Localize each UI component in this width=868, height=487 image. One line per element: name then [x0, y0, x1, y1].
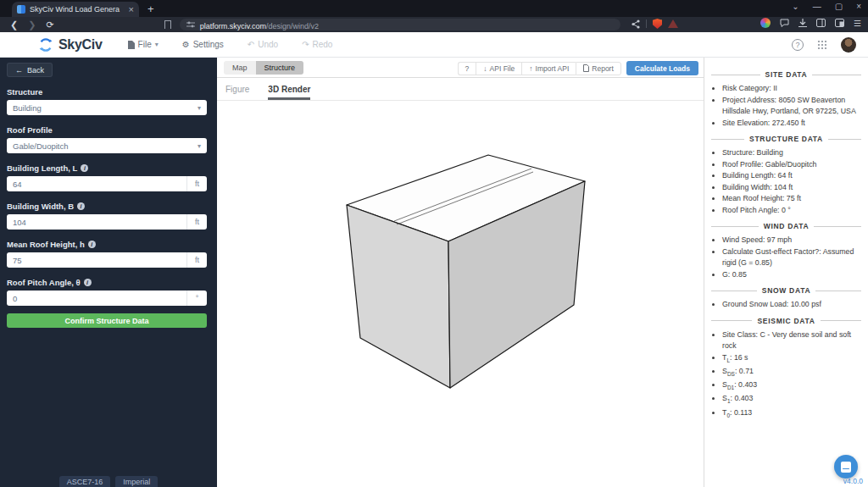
user-avatar[interactable] [841, 37, 856, 53]
site-settings-icon[interactable] [186, 21, 195, 28]
window-minimize-icon[interactable]: — [813, 2, 821, 11]
snow-data-list: Ground Snow Load: 10.00 psf [711, 299, 861, 311]
calculate-loads-button[interactable]: Calculate Loads [626, 61, 698, 75]
main-toolbar: Map Structure ? ↓ API File ↑ Import API … [217, 58, 704, 78]
shield-extension-icon[interactable] [653, 19, 662, 29]
help-button[interactable]: ? [458, 62, 476, 75]
sidebar-panel-icon[interactable] [816, 19, 826, 27]
render-tabs: Figure 3D Render [217, 78, 704, 101]
download-icon[interactable] [798, 19, 807, 27]
tab-title: SkyCiv Wind Load Genera [30, 5, 125, 14]
redo-button: ↷ Redo [302, 40, 332, 49]
list-item: Site Class: C - Very dense soil and soft… [722, 329, 861, 352]
list-item: Roof Profile: Gable/Duopitch [722, 159, 861, 171]
site-data-header: SITE DATA [711, 70, 861, 79]
chat-fab-icon [841, 462, 851, 473]
list-item: Roof Pitch Angle: 0 ° [722, 205, 861, 217]
list-item: Risk Category: II [722, 83, 861, 95]
building-width-unit: ft [186, 214, 207, 230]
roof-profile-select[interactable]: Gable/Duopitch ▾ [7, 138, 207, 153]
tab-3d-render[interactable]: 3D Render [268, 85, 310, 100]
chat-icon[interactable] [780, 19, 789, 27]
report-button[interactable]: Report [576, 62, 621, 75]
list-item: Site Elevation: 272.450 ft [722, 118, 861, 130]
nav-forward-icon: ❯ [28, 19, 36, 30]
redo-icon: ↷ [302, 40, 309, 49]
roof-pitch-angle-label: Roof Pitch Angle, θ i [7, 278, 210, 287]
window-close-icon[interactable]: × [856, 2, 861, 11]
back-arrow-icon: ← [15, 66, 23, 75]
mean-roof-height-label: Mean Roof Height, h i [7, 240, 210, 249]
skyciv-logo[interactable]: SkyCiv [38, 37, 103, 53]
triangle-extension-icon[interactable] [668, 19, 678, 28]
roof-profile-label: Roof Profile [7, 125, 210, 135]
mean-roof-height-input[interactable] [7, 253, 186, 267]
tab-close-icon[interactable]: × [129, 5, 134, 14]
roof-pitch-angle-field: ° [7, 291, 207, 306]
info-icon[interactable]: i [81, 164, 88, 172]
nav-back-icon[interactable]: ❮ [10, 19, 18, 30]
version-label: v4.0.0 [0, 477, 863, 485]
browser-profile-avatar[interactable] [760, 18, 771, 28]
building-length-input[interactable] [7, 177, 186, 191]
browser-tab[interactable]: SkyCiv Wind Load Genera × [12, 2, 139, 17]
3d-render-canvas[interactable] [217, 101, 704, 486]
info-icon[interactable]: i [88, 241, 96, 248]
building-length-unit: ft [186, 176, 207, 191]
structure-data-header: STRUCTURE DATA [711, 135, 861, 143]
confirm-structure-data-button[interactable]: Confirm Structure Data [7, 313, 207, 328]
building-length-field: ft [7, 176, 207, 191]
apps-grid-icon[interactable] [817, 40, 827, 50]
list-item: TL: 16 s [722, 352, 861, 366]
tab-group-icon[interactable] [835, 19, 844, 27]
seismic-data-list: Site Class: C - Very dense soil and soft… [711, 329, 861, 421]
new-tab-button[interactable]: + [147, 3, 154, 15]
tab-map[interactable]: Map [224, 61, 256, 75]
info-icon[interactable]: i [77, 202, 85, 210]
bookmark-icon[interactable] [164, 20, 171, 29]
share-icon[interactable] [632, 19, 640, 29]
list-item: SD1: 0.403 [722, 379, 861, 393]
tab-figure[interactable]: Figure [225, 85, 249, 100]
file-menu[interactable]: File ▾ [128, 40, 159, 49]
structure-select[interactable]: Building ▾ [7, 100, 207, 115]
undo-icon: ↶ [248, 40, 254, 49]
list-item: Wind Speed: 97 mph [722, 235, 861, 246]
back-button[interactable]: ← Back [7, 63, 53, 77]
window-restore-icon[interactable]: ▢ [835, 2, 843, 11]
settings-menu[interactable]: ⚙ Settings [182, 40, 224, 49]
list-item: Building Width: 104 ft [722, 182, 861, 194]
roof-pitch-angle-input[interactable] [7, 291, 186, 305]
file-icon [128, 41, 135, 49]
report-doc-icon [583, 64, 589, 72]
tab-structure[interactable]: Structure [256, 61, 304, 75]
skyciv-favicon [17, 5, 25, 14]
chat-fab-button[interactable] [834, 455, 858, 479]
url-path: /design/wind/v2 [266, 22, 319, 30]
list-item: Mean Roof Height: 75 ft [722, 193, 861, 205]
app-header: SkyCiv File ▾ ⚙ Settings ↶ Undo ↷ Redo [0, 32, 868, 58]
building-width-label: Building Width, B i [7, 202, 210, 211]
list-item: Calculate Gust-effect Factor?: Assumed r… [722, 246, 861, 269]
import-api-button[interactable]: ↑ Import API [521, 62, 576, 75]
gear-icon: ⚙ [182, 40, 190, 49]
skyciv-logo-icon [38, 37, 53, 53]
list-item: Ground Snow Load: 10.00 psf [722, 299, 861, 311]
building-length-label: Building Length, L i [7, 163, 210, 173]
help-icon[interactable]: ? [792, 39, 804, 51]
mean-roof-height-unit: ft [186, 252, 207, 268]
list-item: Structure: Building [722, 147, 861, 159]
browser-menu-icon[interactable]: ☰ [854, 19, 861, 28]
nav-reload-icon[interactable]: ⟳ [46, 19, 53, 30]
info-icon[interactable]: i [84, 279, 92, 286]
structure-sidebar: ← Back Structure Building ▾ Roof Profile… [0, 58, 217, 487]
download-icon: ↓ [483, 64, 487, 73]
results-panel: SITE DATA Risk Category: II Project Addr… [704, 58, 868, 487]
window-menu-icon[interactable]: ⌄ [792, 2, 798, 11]
wind-data-header: WIND DATA [711, 222, 861, 230]
building-width-input[interactable] [7, 215, 186, 229]
address-bar[interactable]: platform.skyciv.com/design/wind/v2 [180, 19, 620, 30]
api-file-button[interactable]: ↓ API File [476, 62, 521, 75]
chevron-down-icon: ▾ [198, 142, 201, 150]
mean-roof-height-field: ft [7, 252, 207, 268]
